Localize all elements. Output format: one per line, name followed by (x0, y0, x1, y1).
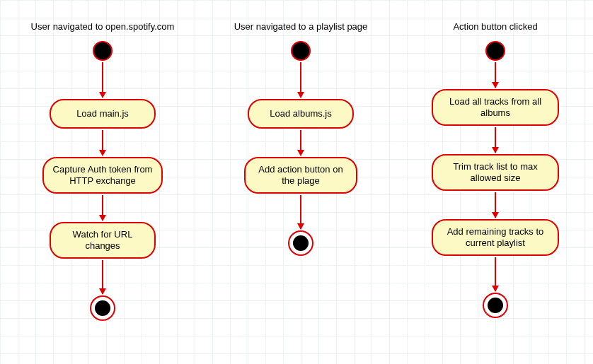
activity-box: Capture Auth token from HTTP exchange (42, 157, 163, 194)
arrow-icon (102, 260, 103, 294)
lane-title: User navigated to open.spotify.com (11, 21, 195, 32)
end-node-icon (90, 295, 115, 321)
start-node-icon (93, 41, 113, 61)
activity-box: Watch for URL changes (50, 222, 156, 259)
arrow-icon (495, 127, 496, 153)
activity-box: Load albums.js (248, 99, 354, 129)
arrow-icon (495, 62, 496, 88)
activity-box: Add action button on the plage (244, 157, 357, 194)
lane-title: Action button clicked (403, 21, 587, 32)
activity-box: Trim track list to max allowed size (432, 154, 559, 191)
start-node-icon (291, 41, 311, 61)
arrow-icon (300, 130, 301, 155)
lane-title: User navigated to a playlist page (209, 21, 393, 32)
arrow-icon (300, 195, 301, 229)
start-node-icon (485, 41, 505, 61)
arrow-icon (300, 62, 301, 98)
arrow-icon (102, 195, 103, 221)
arrow-icon (102, 130, 103, 155)
arrow-icon (495, 192, 496, 218)
end-node-icon (288, 230, 313, 256)
activity-box: Load main.js (50, 99, 156, 129)
activity-box: Load all tracks from all albums (432, 89, 559, 126)
end-node-icon (483, 293, 508, 318)
activity-box: Add remaining tracks to current playlist (432, 219, 559, 256)
arrow-icon (495, 257, 496, 291)
arrow-icon (102, 62, 103, 98)
